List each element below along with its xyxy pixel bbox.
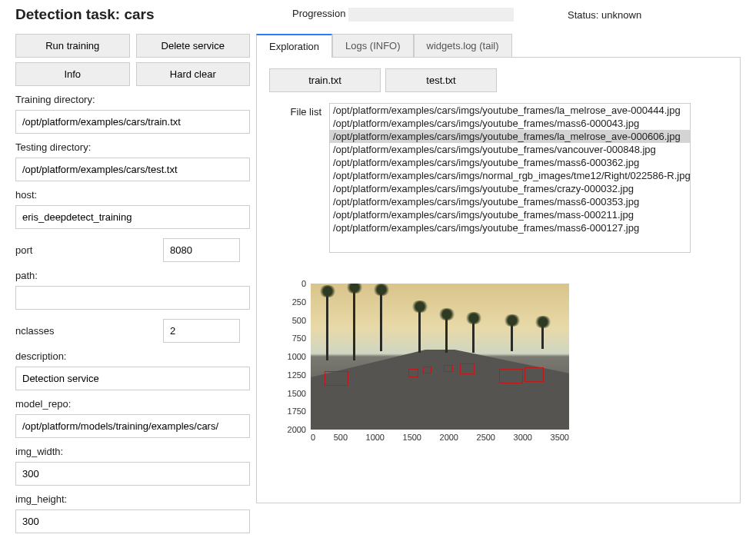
host-input[interactable] — [15, 205, 250, 229]
host-label: host: — [15, 189, 250, 201]
detection-bbox — [444, 365, 453, 372]
train-txt-button[interactable]: train.txt — [269, 68, 381, 92]
path-label: path: — [15, 270, 250, 281]
progression-label: Progression — [292, 8, 345, 19]
file-item[interactable]: /opt/platform/examples/cars/imgs/youtube… — [330, 143, 690, 156]
file-item[interactable]: /opt/platform/examples/cars/imgs/youtube… — [330, 208, 690, 221]
page-title: Detection task: cars — [15, 6, 261, 23]
detection-bbox — [499, 369, 523, 383]
hard-clear-button[interactable]: Hard clear — [136, 62, 251, 86]
file-item[interactable]: /opt/platform/examples/cars/imgs/youtube… — [330, 156, 690, 169]
img-width-input[interactable] — [15, 462, 250, 486]
y-tick: 0 — [301, 279, 306, 288]
detection-bbox — [460, 363, 475, 374]
tab-logs[interactable]: Logs (INFO) — [332, 34, 414, 57]
model-repo-label: model_repo: — [15, 398, 250, 410]
progression-bar — [348, 8, 514, 22]
y-tick: 750 — [292, 334, 306, 343]
status-value: unknown — [601, 9, 641, 21]
file-list[interactable]: /opt/platform/examples/cars/imgs/youtube… — [329, 103, 691, 253]
x-tick: 0 — [311, 433, 315, 442]
x-tick: 1500 — [403, 433, 421, 442]
nclasses-label: nclasses — [15, 325, 154, 337]
file-item[interactable]: /opt/platform/examples/cars/imgs/youtube… — [330, 130, 690, 143]
nclasses-input[interactable] — [163, 319, 240, 343]
file-item[interactable]: /opt/platform/examples/cars/imgs/youtube… — [330, 221, 690, 234]
description-label: description: — [15, 350, 250, 362]
file-item[interactable]: /opt/platform/examples/cars/imgs/youtube… — [330, 104, 690, 117]
y-tick: 1750 — [288, 407, 306, 416]
detection-preview: 025050075010001250150017502000 050010001… — [283, 284, 591, 442]
run-training-button[interactable]: Run training — [15, 34, 130, 58]
y-tick: 1250 — [288, 370, 306, 380]
x-tick: 500 — [334, 433, 348, 442]
x-tick: 2500 — [477, 433, 495, 442]
x-tick: 2000 — [440, 433, 458, 442]
y-tick: 1000 — [288, 352, 306, 361]
description-input[interactable] — [15, 367, 250, 390]
y-tick: 250 — [292, 297, 306, 307]
test-txt-button[interactable]: test.txt — [385, 68, 497, 92]
x-tick: 3500 — [551, 433, 569, 442]
file-list-label: File list — [268, 103, 321, 118]
file-item[interactable]: /opt/platform/examples/cars/imgs/normal_… — [330, 169, 690, 182]
delete-service-button[interactable]: Delete service — [136, 34, 251, 58]
testing-dir-label: Testing directory: — [15, 141, 250, 153]
img-height-label: img_height: — [15, 493, 250, 505]
detection-bbox — [408, 369, 418, 377]
file-item[interactable]: /opt/platform/examples/cars/imgs/youtube… — [330, 195, 690, 208]
tab-widgets-log[interactable]: widgets.log (tail) — [414, 34, 512, 57]
status-label: Status: — [568, 9, 598, 21]
tab-exploration[interactable]: Exploration — [256, 34, 332, 58]
x-tick: 1000 — [366, 433, 385, 442]
info-button[interactable]: Info — [15, 62, 130, 86]
port-label: port — [15, 244, 154, 256]
model-repo-input[interactable] — [15, 414, 250, 438]
port-input[interactable] — [163, 238, 240, 262]
path-input[interactable] — [15, 286, 250, 310]
y-tick: 2000 — [288, 425, 306, 434]
y-tick: 1500 — [288, 389, 306, 398]
detection-bbox — [325, 371, 348, 386]
img-height-input[interactable] — [15, 509, 250, 533]
img-width-label: img_width: — [15, 446, 250, 457]
y-tick: 500 — [292, 316, 306, 325]
x-tick: 3000 — [514, 433, 532, 442]
training-dir-label: Training directory: — [15, 94, 250, 105]
file-item[interactable]: /opt/platform/examples/cars/imgs/youtube… — [330, 182, 690, 195]
training-dir-input[interactable] — [15, 110, 250, 134]
testing-dir-input[interactable] — [15, 158, 250, 181]
detection-bbox — [423, 367, 432, 373]
detection-bbox — [525, 367, 544, 382]
file-item[interactable]: /opt/platform/examples/cars/imgs/youtube… — [330, 117, 690, 130]
